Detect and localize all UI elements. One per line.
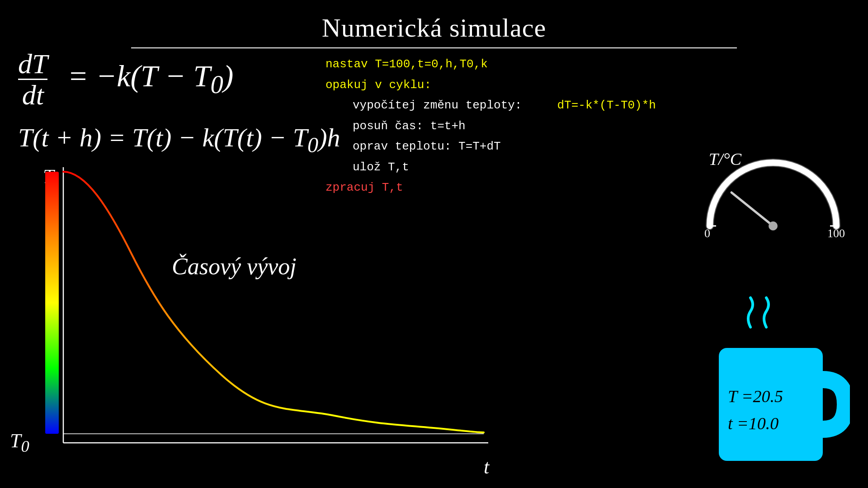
page-title: Numerická simulace [0,0,868,43]
chart-svg [18,163,497,470]
title-divider [131,47,737,48]
code-line-3: vypočítej změnu teploty: dT=-k*(T-T0)*h [353,95,656,116]
equation-1: dT dt = −k(T − T0) [18,50,340,109]
code-line-5: oprav teplotu: T=T+dT [353,136,656,157]
svg-text:T =20.5: T =20.5 [728,387,783,406]
fraction-denominator: dt [22,80,44,109]
mug-container: T =20.5 t =10.0 [714,334,850,474]
code-line-1: nastav T=100,t=0,h,T0,k [326,54,656,75]
gauge-container: 0 100 [696,149,850,239]
steam-svg [739,296,784,332]
fraction: dT dt [18,50,47,109]
svg-line-0 [731,192,773,226]
gauge-svg: 0 100 [696,149,850,239]
code-line-3-prefix: vypočítej změnu teploty: [353,99,522,112]
svg-point-1 [769,221,778,230]
svg-text:0: 0 [704,227,710,239]
svg-text:t =10.0: t =10.0 [728,414,778,433]
chart-area [18,163,497,470]
mug-svg: T =20.5 t =10.0 [714,334,850,474]
chart-time-evolution-label: Časový vývoj [172,253,297,280]
fraction-numerator: dT [18,50,47,80]
svg-rect-6 [45,172,59,434]
equation-2: T(t + h) = T(t) − k(T(t) − T0)h [18,122,340,157]
steam-icon [739,296,784,337]
code-line-2: opakuj v cyklu: [326,75,656,96]
code-line-4: posuň čas: t=t+h [353,116,656,137]
code-line-3-code: dT=-k*(T-T0)*h [557,99,656,112]
equations-section: dT dt = −k(T − T0) T(t + h) = T(t) − k(T… [18,50,340,166]
svg-text:100: 100 [827,227,845,239]
